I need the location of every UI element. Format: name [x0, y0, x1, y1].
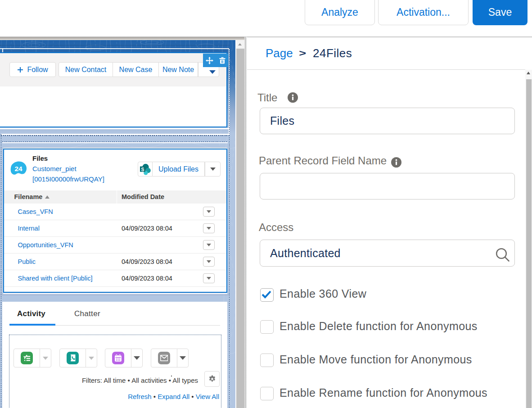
svg-text:S: S	[141, 166, 144, 172]
svg-text:24: 24	[14, 165, 23, 172]
